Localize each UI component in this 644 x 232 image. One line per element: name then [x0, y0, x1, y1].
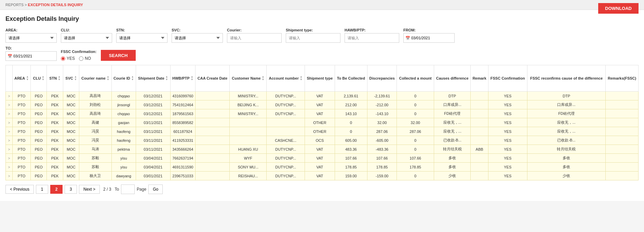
hwb-cell: 4691311590: [170, 163, 195, 172]
to-be-collected-cell: 483.36: [335, 145, 367, 154]
fssc-confirmation-cell: YES: [488, 127, 527, 136]
hwb-cell: 7541912464: [170, 100, 195, 109]
courier-name-cell: 马涛: [79, 145, 111, 154]
expand-cell[interactable]: >: [6, 109, 13, 118]
courier-name-cell: 冯昊: [79, 127, 111, 136]
fssc-confirmation-cell: YES: [488, 136, 527, 145]
collected-amount-cell: 0: [397, 136, 434, 145]
page-jump-input[interactable]: [121, 185, 135, 194]
customer-name-cell: BEIJING K...: [230, 100, 267, 109]
stn-cell: PEK: [47, 145, 63, 154]
discrepancies-cell: 32.00: [367, 118, 397, 127]
fssc-confirmation-cell: YES: [488, 145, 527, 154]
clu-cell: PEO: [31, 163, 47, 172]
expand-cell[interactable]: >: [6, 92, 13, 100]
shipment-type-cell: OCS: [305, 136, 335, 145]
download-button[interactable]: DOWNLOAD: [598, 3, 639, 14]
expand-cell[interactable]: >: [6, 145, 13, 154]
yes-radio[interactable]: [61, 56, 65, 61]
fssc-confirmation-cell: YES: [488, 100, 527, 109]
expand-cell[interactable]: >: [6, 118, 13, 127]
collected-amount-cell: 0: [397, 172, 434, 180]
expand-cell[interactable]: >: [6, 127, 13, 136]
search-button[interactable]: SEARCH: [101, 50, 136, 61]
remark-cell: [471, 172, 488, 180]
to-be-collected-cell: 2,139.61: [335, 92, 367, 100]
col-clu: CLU▲▼: [31, 65, 47, 92]
shipment-type-input[interactable]: [286, 33, 340, 43]
col-to-be-collected: To Be Collected: [335, 65, 367, 92]
shipment-type-label: Shipment type:: [286, 28, 340, 32]
col-account-number: Account number▲▼: [267, 65, 305, 92]
expand-cell[interactable]: >: [6, 136, 13, 145]
shipment-type-cell: VAT: [305, 163, 335, 172]
shipment-date-cell: 03/04/2021: [136, 163, 171, 172]
hwb-cell: 3435666264: [170, 145, 195, 154]
discrepancies-cell: -143.10: [367, 109, 397, 118]
shipment-date-cell: 03/12/2021: [136, 109, 171, 118]
no-radio[interactable]: [79, 56, 83, 61]
fssc-confirmation-cell: YES: [488, 163, 527, 172]
shipment-date-cell: 03/04/2021: [136, 154, 171, 163]
caa-date-cell: [195, 172, 229, 180]
discrepancies-cell: -159.00: [367, 172, 397, 180]
remarks-fssc-cell: [606, 163, 639, 172]
to-date-input[interactable]: 03/21/2021: [5, 51, 57, 61]
to-be-collected-cell: 107.66: [335, 154, 367, 163]
courier-id-cell: dawyang: [111, 172, 136, 180]
customer-name-cell: HUANG XU: [230, 145, 267, 154]
hawb-input[interactable]: [345, 33, 399, 43]
breadcrumb-parent[interactable]: REPORTS: [5, 3, 24, 7]
area-cell: PTO: [13, 127, 31, 136]
courier-name-cell: 刘劲松: [79, 100, 111, 109]
collected-amount-cell: 0: [397, 145, 434, 154]
customer-name-cell: WYF: [230, 154, 267, 163]
expand-cell[interactable]: >: [6, 163, 13, 172]
table-row: >PTOPEOPEKMOC马涛pektma03/11/2021343566626…: [6, 145, 639, 154]
stn-select[interactable]: 请选择: [116, 33, 167, 43]
clu-cell: PEO: [31, 172, 47, 180]
col-remark: Remark: [471, 65, 488, 92]
courier-input[interactable]: [227, 33, 282, 43]
area-select[interactable]: 请选择: [5, 33, 57, 43]
page-1-button[interactable]: 1: [36, 185, 48, 194]
breadcrumb-sep: >: [25, 3, 27, 7]
customer-name-cell: [230, 118, 267, 127]
clu-cell: PEO: [31, 118, 47, 127]
stn-cell: PEK: [47, 136, 63, 145]
expand-cell[interactable]: >: [6, 172, 13, 180]
next-button[interactable]: Next >: [79, 185, 100, 194]
remark-cell: [471, 100, 488, 109]
svc-select[interactable]: 请选择: [172, 33, 223, 43]
page-3-button[interactable]: 3: [65, 185, 77, 194]
caa-date-cell: [195, 127, 229, 136]
remark-cell: [471, 92, 488, 100]
expand-cell[interactable]: >: [6, 100, 13, 109]
clu-select[interactable]: 请选择: [61, 33, 112, 43]
from-date-input[interactable]: 03/01/2021: [403, 33, 455, 43]
prev-button[interactable]: < Previous: [5, 185, 34, 194]
go-button[interactable]: Go: [148, 185, 163, 194]
causes-difference-cell: 多收: [434, 154, 471, 163]
discrepancies-cell: -483.36: [367, 145, 397, 154]
shipment-date-cell: 03/12/2021: [136, 100, 171, 109]
expand-cell[interactable]: >: [6, 154, 13, 163]
discrepancies-cell: -212.00: [367, 100, 397, 109]
remark-cell: [471, 136, 488, 145]
caa-date-cell: [195, 163, 229, 172]
table-row: >PTOPEOPEKMOC高健gaojan03/11/2021855838958…: [6, 118, 639, 127]
page-2-button[interactable]: 2: [50, 185, 63, 194]
no-radio-label[interactable]: NO: [79, 56, 91, 61]
remark-cell: [471, 118, 488, 127]
col-shipment-type: Shipment type: [305, 65, 335, 92]
hwb-cell: 7662637194: [170, 154, 195, 163]
table-row: >PTOPEOPEKMOC杨大卫dawyang03/01/20212396751…: [6, 172, 639, 180]
yes-radio-label[interactable]: YES: [61, 56, 75, 61]
remarks-fssc-cell: [606, 154, 639, 163]
col-discrepancies: Discrepancies: [367, 65, 397, 92]
collected-amount-cell: 0: [397, 109, 434, 118]
table-row: >PTOPEOPEKMOC冯昊haofeng03/11/202141192533…: [6, 136, 639, 145]
fssc-reconfirms-cell: 口库或异...: [527, 100, 606, 109]
account-number-cell: DUTYCNP...: [267, 163, 305, 172]
shipment-type-cell: VAT: [305, 154, 335, 163]
